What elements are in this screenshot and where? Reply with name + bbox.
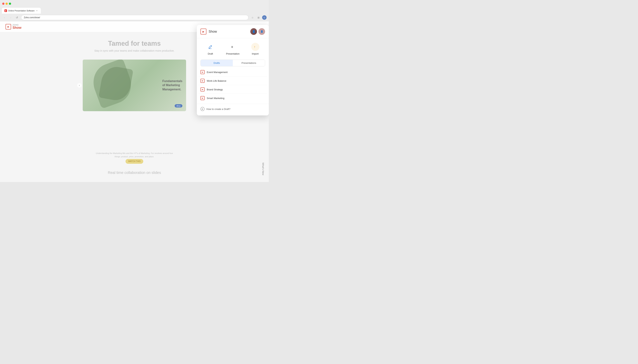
svg-text:+: + (231, 44, 233, 49)
main-subtitle: Stay in sync with your teams and make co… (94, 49, 174, 52)
popup-title: Show (208, 30, 217, 34)
browser-chrome: ▶ Online Presentation Software ✕ ‹ › ↺ Z… (0, 0, 269, 21)
bottom-text: Real time collaboration on slides (0, 170, 269, 175)
bookmark-icon[interactable]: ☆ (250, 15, 255, 20)
tab-favicon-icon: ▶ (5, 10, 7, 12)
item-icon-2: ▶ (200, 79, 204, 83)
user-avatar-image-1: 👤 (250, 28, 257, 35)
tab-bar: ▶ Online Presentation Software ✕ (0, 8, 269, 14)
svg-text:↑: ↑ (254, 45, 256, 49)
draft-action[interactable]: Draft (206, 43, 215, 55)
presentation-label: Presentation (226, 52, 240, 55)
tab-close-button[interactable]: ✕ (36, 10, 38, 12)
slide-description: Understanding the Marketing Mix and the … (94, 152, 175, 164)
item-icon-1: ▶ (200, 70, 204, 74)
extensions-icon[interactable]: ⊞ (256, 15, 261, 20)
fullscreen-traffic-light[interactable] (9, 2, 11, 5)
item-name-2: Work-Life Balance (207, 80, 226, 82)
presentation-action[interactable]: + Presentation (226, 43, 240, 55)
refresh-button[interactable]: ↺ (15, 15, 19, 20)
popup-user-avatar-1[interactable]: 👤 (250, 28, 257, 35)
presentation-icon: + (229, 43, 237, 51)
item-name-3: Brand Strategy (207, 88, 223, 91)
tab-drafts[interactable]: Drafts (201, 60, 233, 66)
whats-new-label[interactable]: What's New (262, 163, 265, 175)
import-action[interactable]: ↑ Import (251, 43, 259, 55)
slide-prev-button[interactable]: ‹ (77, 83, 82, 88)
list-item[interactable]: ▶ Brand Strategy (198, 85, 267, 94)
browser-tab[interactable]: ▶ Online Presentation Software ✕ (2, 8, 41, 14)
browser-actions: ☆ ⊞ U (250, 15, 267, 20)
list-item[interactable]: ▶ Smart Marketing (198, 94, 267, 102)
tab-presentations[interactable]: Presentations (233, 60, 265, 66)
item-name-1: Event Management (207, 71, 228, 74)
slide-text-overlay: Fundamentalsof MarketingManagement. (162, 79, 182, 92)
popup-actions: Draft + Presentation ↑ Import (197, 38, 269, 60)
title-bar (0, 0, 269, 8)
logo-show: Show (13, 26, 22, 29)
logo-text: Zoho Show (13, 24, 22, 29)
logo-zoho: Zoho (13, 24, 22, 26)
traffic-lights (2, 2, 11, 5)
forward-button[interactable]: › (9, 15, 13, 20)
address-bar-row: ‹ › ↺ Zoho.com/show/ ☆ ⊞ U (0, 14, 269, 21)
draft-icon (206, 43, 215, 51)
minimize-traffic-light[interactable] (6, 2, 8, 5)
popup-panel: ▶ Show 👤 👤 Draft (197, 25, 269, 116)
website-content: ▶ Zoho Show Features ▾ Templa... Tamed f… (0, 21, 269, 182)
item-name-4: Smart Marketing (207, 97, 224, 100)
popup-logo-icon: ▶ (200, 28, 206, 34)
logo-icon: ▶ (6, 24, 11, 30)
item-icon-3: ▶ (200, 88, 204, 92)
main-title: Tamed for teams (108, 40, 161, 48)
slide-container: Fundamentalsof MarketingManagement. Amy … (83, 60, 186, 111)
tab-title: Online Presentation Software (8, 10, 35, 12)
slide-preview: Fundamentalsof MarketingManagement. Amy (83, 60, 186, 111)
address-bar[interactable]: Zoho.com/show/ (21, 15, 249, 20)
item-icon-4: ▶ (200, 96, 204, 100)
avatar-badge: Amy (175, 104, 182, 108)
back-button[interactable]: ‹ (2, 15, 7, 20)
close-traffic-light[interactable] (2, 2, 5, 5)
draft-label: Draft (208, 52, 213, 55)
address-text: Zoho.com/show/ (24, 16, 40, 19)
import-icon: ↑ (251, 43, 259, 51)
popup-user-avatars: 👤 👤 (250, 28, 265, 35)
browser-user-avatar[interactable]: U (262, 15, 267, 20)
list-item[interactable]: ▶ Work-Life Balance (198, 76, 267, 85)
popup-user-avatar-2[interactable]: 👤 (259, 28, 265, 35)
popup-list: ▶ Event Management ▶ Work-Life Balance ▶… (197, 68, 269, 102)
import-label: Import (252, 52, 259, 55)
list-item[interactable]: ▶ Event Management (198, 68, 267, 76)
popup-header: ▶ Show 👤 👤 (197, 25, 269, 38)
play-circle-icon: ▶ (200, 107, 204, 111)
site-logo: ▶ Zoho Show (6, 24, 22, 30)
watch-button[interactable]: WATCH THIS (126, 159, 143, 164)
popup-tabs: Drafts Presentations (200, 60, 265, 66)
popup-footer: ▶ How to create a Draft? (197, 104, 269, 112)
create-draft-link[interactable]: How to create a Draft? (206, 108, 230, 110)
